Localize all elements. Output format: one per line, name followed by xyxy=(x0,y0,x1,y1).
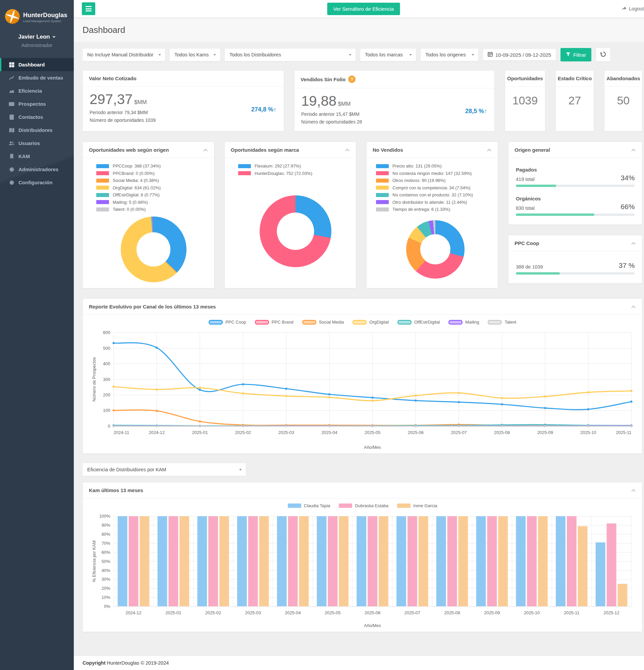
svg-text:60%: 60% xyxy=(101,550,110,555)
user-section: Javier Leon Administrador xyxy=(0,29,74,58)
legend-item[interactable]: Otros motivos: 90 (19.96%) xyxy=(376,178,494,183)
svg-text:2025-05: 2025-05 xyxy=(325,610,340,615)
marca-legend: Flexalum: 292 (27.97%)HunterDouglas: 752… xyxy=(238,163,353,178)
caret-down-icon xyxy=(349,54,352,56)
menu-toggle-button[interactable] xyxy=(82,2,95,15)
card-title: Reporte Evolutivo por Canal de los últim… xyxy=(89,304,216,309)
card-title: No Vendidos xyxy=(373,147,403,153)
legend-item[interactable]: Claudia Tapia xyxy=(288,503,330,508)
sidebar-item-contactos[interactable]: Contactos xyxy=(0,110,74,123)
progress-bar xyxy=(516,214,635,216)
legend-item[interactable]: PPC Coop xyxy=(209,320,246,325)
legend-item[interactable]: Talent: 0 (0.00%) xyxy=(96,207,211,212)
legend-item[interactable]: Mailing: 5 (0.48%) xyxy=(96,200,211,205)
copyright-text: HunterDouglas © 2019-2024 xyxy=(107,660,169,666)
legend-item[interactable]: OffEstrDigital: 8 (0.77%) xyxy=(96,192,211,197)
filter-bar: No Incluye Manual Distribuidor Todos los… xyxy=(83,48,642,62)
legend-item[interactable]: PPC Brand xyxy=(255,320,293,325)
evolutivo-line-chart: 01002003004005006002024-112024-122025-01… xyxy=(89,327,636,452)
collapse-chevron-icon[interactable] xyxy=(631,305,636,308)
legend-item[interactable]: OrgDigital xyxy=(353,320,389,325)
filtrar-button[interactable]: Filtrar xyxy=(561,48,591,62)
sidebar-item-usuarios[interactable]: Usuarios xyxy=(0,137,74,150)
collapse-chevron-icon[interactable] xyxy=(631,148,636,152)
sidebar-item-embudo[interactable]: Embudo de ventas xyxy=(0,71,74,84)
semaforo-button[interactable]: Ver Semáforo de Eficiencia xyxy=(327,3,400,15)
kam-report-select[interactable]: Eficiencia de Distribuidores por KAM xyxy=(83,463,246,476)
legend-item[interactable]: No contesta ningún medio: 147 (32.59%) xyxy=(376,171,494,176)
brand-subtitle: Lead Management System xyxy=(23,19,67,23)
legend-item[interactable]: Flexalum: 292 (27.97%) xyxy=(238,163,353,169)
legend-label: No contesta ningún medio: 147 (32.59%) xyxy=(393,171,471,176)
legend-item[interactable]: No contamos con el producto: 32 (7.10%) xyxy=(376,192,494,197)
funnel-icon xyxy=(566,52,571,58)
filter-manual-distribuidor-select[interactable]: No Incluye Manual Distribuidor xyxy=(83,49,165,61)
marca-donut-chart xyxy=(260,196,331,267)
legend-label: Flexalum: 292 (27.97%) xyxy=(255,163,301,169)
legend-item[interactable]: PPCBrand: 0 (0.00%) xyxy=(96,171,211,176)
kpi-row: Valor Neto Cotizado 297,37 $MM Periodo a… xyxy=(83,70,642,132)
collapse-chevron-icon[interactable] xyxy=(631,242,636,245)
card-title: Estado Crítico xyxy=(556,70,594,86)
user-name: Javier Leon xyxy=(18,34,50,40)
bookmark-icon xyxy=(9,153,14,159)
filter-origenes-select[interactable]: Todos los origenes xyxy=(421,49,478,61)
filter-marcas-select[interactable]: Todos los marcas xyxy=(360,49,416,61)
legend-item[interactable]: Compró con la competencia: 34 (7.54%) xyxy=(376,185,494,190)
legend-item[interactable]: Dubraska Estaba xyxy=(339,503,388,508)
legend-swatch xyxy=(96,207,109,212)
sidebar-item-kam[interactable]: KAM xyxy=(0,150,74,163)
app: HunterDouglas Lead Management System Jav… xyxy=(0,0,644,670)
collapse-chevron-icon[interactable] xyxy=(345,148,350,152)
donut-row: Oportunidades web según origen PPCCoop: … xyxy=(83,142,642,289)
copyright-label: Copyright xyxy=(83,660,105,666)
card-title: Kam últimos 13 meses xyxy=(89,487,143,493)
svg-text:50%: 50% xyxy=(101,559,110,564)
svg-text:2025-11: 2025-11 xyxy=(616,430,631,435)
collapse-chevron-icon[interactable] xyxy=(631,489,636,492)
legend-item[interactable]: HunterDouglas: 752 (72.03%) xyxy=(238,171,353,176)
vendidos-unit: $MM xyxy=(338,101,351,107)
legend-item[interactable]: Tiempo de entrega: 6 (1.33%) xyxy=(376,207,494,212)
legend-item[interactable]: Otro distribuidor lo atiende: 11 (2.44%) xyxy=(376,200,494,205)
legend-swatch xyxy=(376,193,389,197)
legend-item[interactable]: Talent xyxy=(488,320,516,325)
filter-distribuidores-select[interactable]: Todos los Distribuidores xyxy=(225,49,356,61)
date-range-input[interactable]: 10-09-2025 / 09-12-2025 xyxy=(483,49,556,61)
logout-button[interactable]: Logout xyxy=(621,6,644,12)
page-title: Dashboard xyxy=(83,25,644,35)
legend-item[interactable]: Irene Garcia xyxy=(397,503,437,508)
legend-item[interactable]: OffEstrDigital xyxy=(397,320,440,325)
sidebar-item-dashboard[interactable]: Dashboard xyxy=(0,58,74,71)
sidebar-item-prospectos[interactable]: Prospectos xyxy=(0,97,74,110)
user-menu[interactable]: Javier Leon xyxy=(18,34,56,40)
collapse-chevron-icon[interactable] xyxy=(487,148,492,152)
kam-chart-legend: Claudia TapiaDubraska EstabaIrene Garcia xyxy=(89,503,636,508)
sidebar-item-configuracion[interactable]: Configuración xyxy=(0,176,74,189)
legend-item[interactable]: Mailing xyxy=(449,320,479,325)
card-title: Vendidos Sin Folio xyxy=(301,77,345,82)
svg-text:90%: 90% xyxy=(101,523,110,528)
sidebar-item-administradores[interactable]: Administradores xyxy=(0,163,74,176)
sidebar-nav: Dashboard Embudo de ventas Eficiencia Pr… xyxy=(0,58,74,189)
legend-item[interactable]: OrgDigital: 634 (61.02%) xyxy=(96,185,211,190)
svg-text:2025-03: 2025-03 xyxy=(278,430,294,435)
filter-kams-select[interactable]: Todos los Kams xyxy=(170,49,220,61)
svg-text:2024-12: 2024-12 xyxy=(125,610,141,615)
legend-item[interactable]: PPCCoop: 388 (37.34%) xyxy=(96,163,211,169)
legend-item[interactable]: Social Media xyxy=(302,320,344,325)
legend-swatch xyxy=(397,504,411,508)
caret-down-icon xyxy=(213,54,216,56)
caret-down-icon xyxy=(239,469,242,471)
sidebar-item-distribuidores[interactable]: Distribuidores xyxy=(0,123,74,137)
sidebar-item-eficiencia[interactable]: Eficiencia xyxy=(0,84,74,97)
legend-item[interactable]: Precio alto: 131 (29.05%) xyxy=(376,163,494,169)
logout-icon xyxy=(621,6,627,12)
legend-label: Talent xyxy=(505,320,516,325)
legend-swatch xyxy=(376,200,389,204)
reset-filters-button[interactable] xyxy=(596,48,610,62)
collapse-chevron-icon[interactable] xyxy=(203,148,208,152)
help-icon[interactable]: ? xyxy=(348,76,356,83)
legend-item[interactable]: Social Media: 4 (0.38%) xyxy=(96,178,211,183)
card-title: Oportunidades web según origen xyxy=(89,147,169,153)
